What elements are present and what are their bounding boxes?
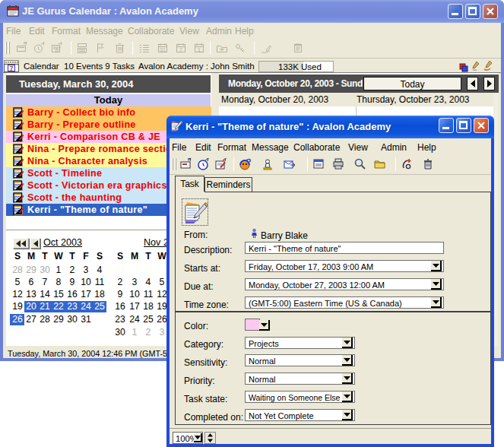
svg-text:7: 7 [179,47,182,52]
svg-text:7: 7 [10,65,14,72]
svg-text:1: 1 [198,47,201,52]
svg-text:31: 31 [160,47,166,52]
